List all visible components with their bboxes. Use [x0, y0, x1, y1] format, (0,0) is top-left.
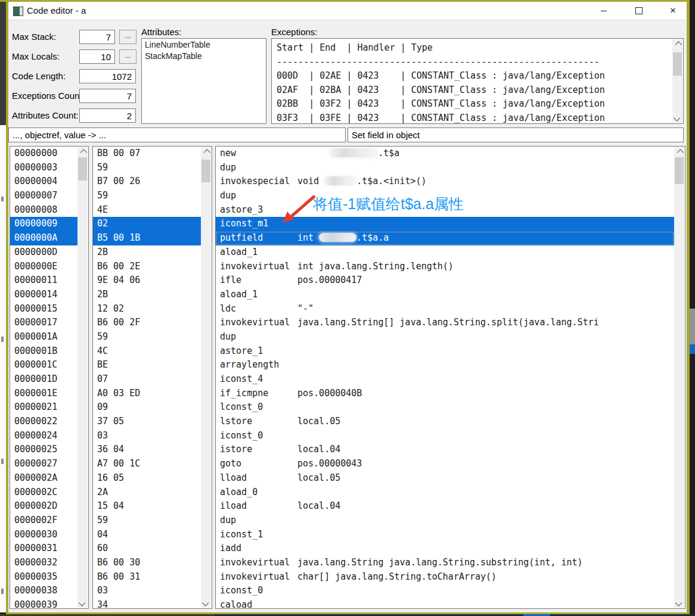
scroll-up-icon[interactable]	[674, 147, 684, 157]
hex-row[interactable]: B6 00 2F	[93, 316, 201, 330]
scrollbar-thumb[interactable]	[675, 157, 684, 184]
instruction-row[interactable]: if_icmpnepos.0000040B	[216, 387, 674, 401]
scroll-down-icon[interactable]	[672, 113, 682, 123]
offset-row[interactable]: 0000002A	[10, 471, 77, 486]
instruction-row[interactable]: iconst_0	[216, 429, 674, 443]
instruction-row[interactable]: putfieldint .t$a.a	[216, 231, 674, 245]
hex-row[interactable]: 60	[93, 542, 201, 556]
instruction-row[interactable]: new .t$a	[216, 147, 674, 161]
offset-row[interactable]: 00000032	[10, 556, 77, 570]
instruction-scrollbar[interactable]	[674, 147, 684, 608]
offset-list[interactable]: 0000000000000003000000040000000700000008…	[10, 146, 89, 609]
offset-row[interactable]: 0000002D	[10, 499, 77, 514]
instruction-row[interactable]: lstorelocal.05	[216, 415, 674, 429]
exceptions-scrollbar[interactable]	[672, 39, 682, 123]
offset-row[interactable]: 00000011	[10, 273, 77, 288]
form-value-field[interactable]	[79, 30, 115, 44]
offset-row[interactable]: 00000017	[10, 316, 77, 330]
offset-row[interactable]: 00000027	[10, 457, 77, 471]
scroll-up-icon[interactable]	[201, 147, 211, 157]
offset-row[interactable]: 00000015	[10, 302, 77, 316]
offset-row[interactable]: 00000008	[10, 203, 77, 217]
close-button[interactable]: ×	[659, 2, 687, 20]
hex-row[interactable]: 12 02	[93, 302, 201, 316]
form-value-field[interactable]	[79, 69, 136, 83]
offset-row[interactable]: 0000001C	[10, 358, 77, 372]
offset-row[interactable]: 00000022	[10, 415, 77, 429]
attribute-item[interactable]: LineNumberTable	[142, 39, 266, 50]
hex-row[interactable]: B6 00 30	[93, 556, 201, 570]
hex-list[interactable]: BB 00 0759B7 00 26594E02B5 00 1B2BB6 00 …	[92, 146, 212, 609]
attribute-item[interactable]: StackMapTable	[142, 50, 266, 61]
instruction-row[interactable]: invokevirtualchar[] java.lang.String.toC…	[216, 570, 674, 584]
hex-row[interactable]: 59	[93, 330, 201, 344]
instruction-row[interactable]: lloadlocal.05	[216, 471, 674, 486]
offset-row[interactable]: 00000000	[10, 147, 77, 161]
form-value-field[interactable]	[79, 49, 115, 64]
maximize-button[interactable]	[625, 2, 653, 20]
attributes-listbox[interactable]: LineNumberTableStackMapTable	[141, 38, 266, 124]
instruction-row[interactable]: invokevirtualint java.lang.String.length…	[216, 260, 674, 274]
hex-row[interactable]: A7 00 1C	[93, 457, 201, 471]
offset-row[interactable]: 0000000A	[10, 231, 77, 245]
exceptions-table[interactable]: Start | End | Handler | Type -----------…	[271, 38, 684, 124]
offset-row[interactable]: 0000000D	[10, 245, 77, 260]
offset-row[interactable]: 00000003	[10, 161, 77, 175]
instruction-row[interactable]: astore_1	[216, 344, 674, 359]
hex-row[interactable]: 07	[93, 372, 201, 387]
hex-row[interactable]: BB 00 07	[93, 147, 201, 161]
hex-row[interactable]: 03	[93, 429, 201, 443]
instruction-row[interactable]: dup	[216, 514, 674, 528]
scroll-up-icon[interactable]	[77, 147, 88, 157]
instruction-row[interactable]: arraylength	[216, 358, 674, 372]
hex-row[interactable]: 4C	[93, 344, 201, 359]
scroll-up-icon[interactable]	[672, 39, 682, 49]
hex-row[interactable]: 02	[93, 217, 201, 231]
hex-row[interactable]: 9E 04 06	[93, 273, 201, 288]
instruction-row[interactable]: aload_0	[216, 486, 674, 500]
offset-row[interactable]: 0000001E	[10, 387, 77, 401]
offset-scrollbar[interactable]	[77, 147, 88, 608]
hex-scrollbar[interactable]	[201, 147, 211, 608]
instruction-row[interactable]: dup	[216, 161, 674, 175]
instruction-row[interactable]: dup	[216, 330, 674, 344]
minimize-button[interactable]: ─	[590, 2, 618, 20]
form-value-field[interactable]	[79, 89, 136, 103]
scroll-down-icon[interactable]	[77, 598, 88, 608]
instruction-row[interactable]: invokevirtualjava.lang.String java.lang.…	[216, 556, 674, 570]
offset-row[interactable]: 00000004	[10, 175, 77, 189]
instruction-row[interactable]: invokespecialvoid .t$a.<init>()	[216, 175, 674, 189]
instruction-row[interactable]: ldc"-"	[216, 302, 674, 316]
instruction-row[interactable]: iconst_0	[216, 584, 674, 598]
instruction-row[interactable]: caload	[216, 598, 674, 609]
instruction-row[interactable]: istorelocal.04	[216, 443, 674, 457]
description-field[interactable]	[348, 127, 684, 142]
offset-row[interactable]: 00000014	[10, 288, 77, 302]
scrollbar-thumb[interactable]	[673, 52, 682, 76]
scrollbar-thumb[interactable]	[201, 160, 210, 182]
instruction-row[interactable]: aload_1	[216, 245, 674, 260]
offset-row[interactable]: 00000021	[10, 400, 77, 415]
offset-row[interactable]: 0000002F	[10, 514, 77, 528]
offset-row[interactable]: 00000009	[10, 217, 77, 231]
instruction-row[interactable]: gotopos.00000043	[216, 457, 674, 471]
offset-row[interactable]: 0000000E	[10, 260, 77, 274]
stack-effect-field[interactable]	[8, 127, 346, 142]
hex-row[interactable]: 59	[93, 189, 201, 203]
offset-row[interactable]: 00000031	[10, 542, 77, 556]
hex-row[interactable]: BE	[93, 358, 201, 372]
hex-row[interactable]: B5 00 1B	[93, 231, 201, 245]
offset-row[interactable]: 00000039	[10, 598, 77, 609]
hex-row[interactable]: 09	[93, 400, 201, 415]
offset-row[interactable]: 00000038	[10, 584, 77, 598]
hex-row[interactable]: 37 05	[93, 415, 201, 429]
scrollbar-thumb[interactable]	[78, 157, 87, 181]
offset-row[interactable]: 0000002C	[10, 486, 77, 500]
offset-row[interactable]: 00000025	[10, 443, 77, 457]
hex-row[interactable]: 59	[93, 514, 201, 528]
offset-row[interactable]: 00000024	[10, 429, 77, 443]
offset-row[interactable]: 0000001D	[10, 372, 77, 387]
scroll-down-icon[interactable]	[674, 598, 684, 608]
hex-row[interactable]: 36 04	[93, 443, 201, 457]
offset-row[interactable]: 0000001B	[10, 344, 77, 359]
